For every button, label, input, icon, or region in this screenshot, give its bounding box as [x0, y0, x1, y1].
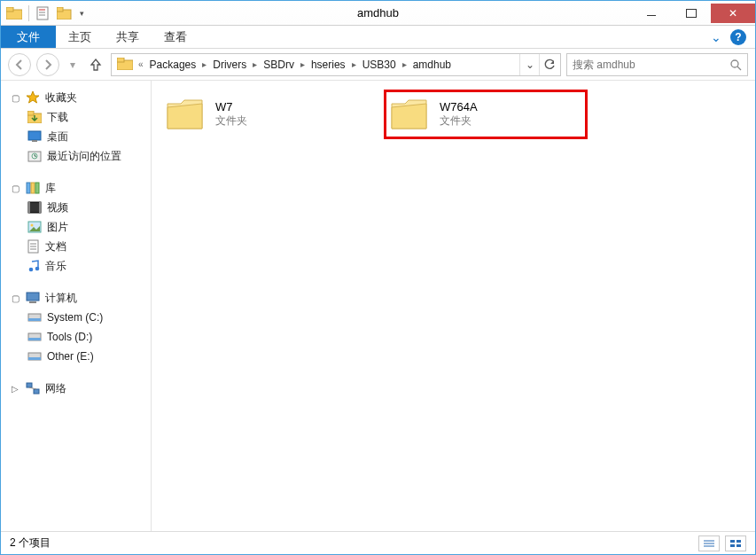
folder-item-highlighted[interactable]: W764A 文件夹 — [384, 90, 588, 139]
collapse-icon[interactable]: ▢ — [12, 184, 20, 193]
svg-rect-33 — [29, 301, 36, 303]
close-button[interactable] — [711, 4, 755, 23]
up-button[interactable] — [86, 55, 105, 74]
picture-icon — [27, 221, 42, 233]
tab-home[interactable]: 主页 — [56, 26, 104, 48]
tree-label: 网络 — [45, 381, 66, 396]
separator-icon — [28, 5, 29, 21]
title-bar: ▾ amdhub — [1, 1, 755, 26]
tree-recent[interactable]: 最近访问的位置 — [8, 146, 151, 166]
item-type: 文件夹 — [440, 113, 478, 129]
nav-row: ▾ « Packages▸ Drivers▸ SBDrv▸ hseries▸ U… — [1, 49, 755, 81]
crumb[interactable]: Packages — [145, 54, 201, 75]
crumb[interactable]: SBDrv — [259, 54, 299, 75]
crumb[interactable]: USB30 — [358, 54, 401, 75]
help-icon[interactable]: ? — [730, 29, 746, 45]
tree-desktop[interactable]: 桌面 — [8, 127, 151, 146]
tab-file[interactable]: 文件 — [1, 26, 56, 48]
tree-music[interactable]: 音乐 — [8, 256, 151, 276]
folder-icon — [4, 4, 24, 23]
tab-view[interactable]: 查看 — [152, 26, 199, 48]
svg-rect-32 — [27, 293, 39, 301]
quick-access-toolbar: ▾ — [1, 4, 88, 23]
search-box[interactable] — [566, 53, 748, 76]
item-name: W764A — [440, 100, 478, 113]
tree-group-favorites: ▢ 收藏夹 下载 桌面 最近访问的位置 — [8, 88, 151, 166]
tree-label: Tools (D:) — [47, 331, 92, 343]
tree-group-network: ▷ 网络 — [8, 379, 151, 398]
crumb[interactable]: hseries — [307, 54, 350, 75]
chevron-icon[interactable]: « — [136, 59, 145, 69]
tree-drive-e[interactable]: Other (E:) — [8, 347, 151, 366]
ribbon-expand-icon[interactable]: ⌄ — [711, 30, 721, 44]
tree-libraries[interactable]: ▢ 库 — [8, 178, 151, 198]
search-input[interactable] — [573, 59, 729, 71]
svg-rect-35 — [28, 318, 41, 321]
collapse-icon[interactable]: ▢ — [12, 93, 20, 103]
tree-pictures[interactable]: 图片 — [8, 217, 151, 237]
view-large-icons-icon[interactable] — [725, 535, 746, 551]
address-dropdown-icon[interactable]: ⌄ — [519, 54, 539, 75]
body: ▢ 收藏夹 下载 桌面 最近访问的位置 — [1, 81, 755, 531]
collapse-icon[interactable]: ▢ — [12, 293, 20, 303]
document-icon — [27, 239, 40, 254]
svg-rect-47 — [737, 540, 741, 543]
tree-label: 图片 — [47, 220, 68, 235]
folder-icon — [388, 95, 431, 134]
star-icon — [26, 90, 40, 105]
svg-rect-13 — [27, 111, 34, 115]
recent-locations-icon[interactable]: ▾ — [65, 57, 81, 73]
crumb[interactable]: amdhub — [409, 54, 456, 75]
svg-rect-21 — [28, 202, 41, 213]
crumb[interactable]: Drivers — [208, 54, 251, 75]
tree-favorites[interactable]: ▢ 收藏夹 — [8, 88, 151, 107]
address-bar[interactable]: « Packages▸ Drivers▸ SBDrv▸ hseries▸ USB… — [111, 53, 561, 76]
tab-share[interactable]: 共享 — [104, 26, 152, 48]
chevron-right-icon[interactable]: ▸ — [251, 59, 259, 69]
network-icon — [26, 382, 40, 395]
svg-point-31 — [35, 267, 40, 271]
view-details-icon[interactable] — [698, 535, 720, 551]
expand-icon[interactable]: ▷ — [12, 384, 20, 394]
tree-downloads[interactable]: 下载 — [8, 107, 151, 127]
folder-icon — [27, 111, 42, 123]
tree-drive-c[interactable]: System (C:) — [8, 308, 151, 327]
content-pane[interactable]: W7 文件夹 W764A 文件夹 — [152, 81, 755, 531]
svg-rect-46 — [730, 540, 735, 543]
tree-drive-d[interactable]: Tools (D:) — [8, 327, 151, 347]
item-type: 文件夹 — [215, 113, 247, 129]
folder-item[interactable]: W7 文件夹 — [162, 90, 366, 139]
item-name: W7 — [215, 100, 247, 113]
minimize-button[interactable] — [631, 4, 671, 23]
tree-videos[interactable]: 视频 — [8, 198, 151, 217]
tree-documents[interactable]: 文档 — [8, 237, 151, 256]
refresh-icon[interactable] — [539, 54, 558, 75]
recent-icon — [27, 150, 42, 162]
properties-icon[interactable] — [34, 4, 53, 23]
desktop-icon — [27, 130, 42, 143]
svg-rect-2 — [37, 7, 48, 20]
forward-button[interactable] — [36, 53, 59, 76]
search-icon[interactable] — [729, 59, 742, 71]
ribbon-right-tools: ⌄ ? — [711, 26, 755, 48]
window-controls — [631, 4, 755, 23]
library-icon — [26, 182, 40, 194]
svg-rect-48 — [730, 544, 735, 547]
chevron-right-icon[interactable]: ▸ — [200, 59, 208, 69]
chevron-right-icon[interactable]: ▸ — [299, 59, 307, 69]
svg-rect-40 — [27, 383, 32, 387]
status-text: 2 个项目 — [10, 535, 51, 551]
chevron-right-icon[interactable]: ▸ — [350, 59, 358, 69]
chevron-right-icon[interactable]: ▸ — [401, 59, 409, 69]
tree-label: 视频 — [47, 200, 68, 215]
svg-rect-15 — [32, 140, 37, 142]
svg-point-25 — [31, 224, 34, 227]
back-button[interactable] — [8, 53, 31, 76]
tree-computer[interactable]: ▢ 计算机 — [8, 288, 151, 308]
tree-network[interactable]: ▷ 网络 — [8, 379, 151, 398]
maximize-button[interactable] — [671, 4, 711, 23]
qat-dropdown-icon[interactable]: ▾ — [76, 9, 88, 18]
computer-icon — [26, 292, 40, 304]
new-folder-icon[interactable] — [55, 4, 74, 23]
nav-tree[interactable]: ▢ 收藏夹 下载 桌面 最近访问的位置 — [1, 81, 152, 531]
